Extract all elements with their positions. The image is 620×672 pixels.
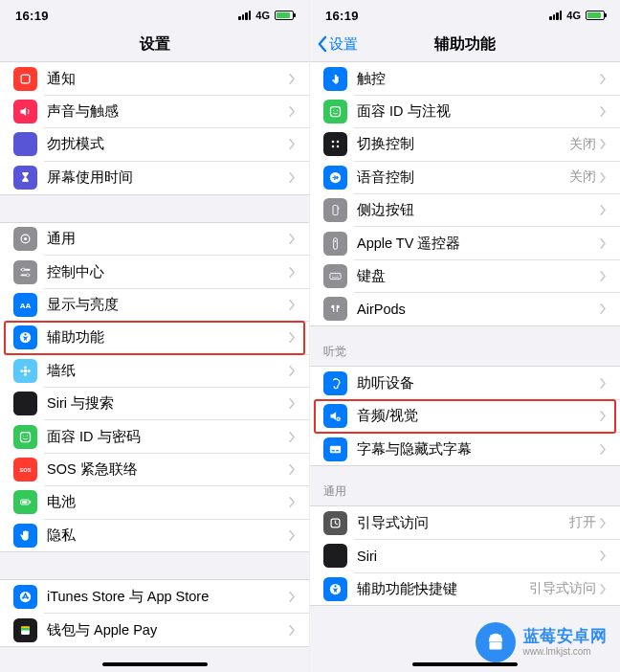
siri-icon [13,392,37,415]
list-item[interactable]: 通用 [0,223,309,256]
guided-icon [323,511,347,535]
nav-bar: 设置 辅助功能 [310,27,620,61]
list-item[interactable]: 辅助功能 [0,322,309,354]
list-item-label: 助听设备 [357,374,600,392]
section-header: 通用 [310,466,620,505]
list-item[interactable]: 屏幕使用时间 [0,161,309,193]
chevron-right-icon [600,518,607,528]
list-item-label: 引导式访问 [357,514,569,532]
list-item[interactable]: 勿扰模式 [0,128,309,161]
list-item-label: 通用 [47,230,289,248]
page-title: 设置 [140,34,170,55]
list-item[interactable]: 键盘 [310,259,620,292]
chevron-right-icon [289,497,296,507]
list-item[interactable]: Siri [310,540,620,572]
list-item[interactable]: 隐私 [0,519,309,551]
keyboard-icon [323,264,347,288]
list-item[interactable]: 墙纸 [0,354,309,387]
list-item[interactable]: 面容 ID 与注视 [310,95,620,127]
speaker-icon [13,100,37,123]
list-item-label: 侧边按钮 [357,201,600,219]
list-item-detail: 关闭 [569,136,596,153]
remote-icon [323,232,347,256]
list-item[interactable]: 引导式访问 打开 [310,506,620,539]
aa-icon [13,293,37,317]
status-bar: 16:19 4G [0,0,309,27]
list-item[interactable]: AirPods [310,293,620,325]
android-icon [476,622,516,662]
switches-icon [13,260,37,284]
chevron-right-icon [289,234,296,244]
list-item[interactable]: 电池 [0,486,309,519]
av-icon [323,404,347,428]
list-item[interactable]: 侧边按钮 [310,194,620,227]
chevron-right-icon [600,411,607,421]
list-item-label: 钱包与 Apple Pay [47,621,289,639]
chevron-right-icon [289,366,296,376]
chevron-right-icon [289,139,296,149]
status-bar: 16:19 4G [310,0,620,27]
voice-icon [323,166,347,190]
list-item[interactable]: 通知 [0,62,309,95]
list-item-label: 电池 [47,493,289,511]
list-item-label: 辅助功能 [47,328,289,347]
face-icon [323,100,347,123]
list-item[interactable]: 声音与触感 [0,95,309,127]
list-item-label: Apple TV 遥控器 [357,235,600,253]
moon-icon [13,132,37,156]
chevron-right-icon [289,530,296,541]
back-button[interactable]: 设置 [316,35,358,54]
list-item[interactable]: 助听设备 [310,367,620,399]
chevron-right-icon [600,172,607,183]
side-icon [323,198,347,222]
list-item-label: 切换控制 [357,135,569,153]
list-item[interactable]: 字幕与隐藏式字幕 [310,433,620,465]
list-item-label: 语音控制 [357,168,569,187]
list-item-label: 触控 [357,70,600,88]
list-item[interactable]: 音频/视觉 [310,400,620,433]
list-item-label: 显示与亮度 [47,296,289,314]
list-item[interactable]: Siri 与搜索 [0,388,309,420]
chevron-right-icon [289,625,296,636]
chevron-right-icon [600,271,607,281]
list-item[interactable]: Apple TV 遥控器 [310,227,620,259]
chevron-right-icon [600,205,607,215]
bell-icon [13,67,37,91]
accessibility-list: 触控 面容 ID 与注视 切换控制 关闭 语音控制 关闭 侧边按钮 Apple … [310,61,620,672]
list-item[interactable]: 钱包与 Apple Pay [0,614,309,646]
chevron-right-icon [600,74,607,84]
list-item-label: SOS 紧急联络 [47,460,289,479]
chevron-right-icon [600,444,607,455]
nav-bar: 设置 [0,27,309,61]
signal-icon [549,11,562,20]
list-item[interactable]: 辅助功能快捷键 引导式访问 [310,572,620,605]
list-item[interactable]: 触控 [310,62,620,95]
chevron-right-icon [289,332,296,343]
list-item-label: 墙纸 [47,362,289,380]
chevron-right-icon [600,139,607,149]
wallet-icon [13,618,37,642]
cc-icon [323,437,347,461]
list-item[interactable]: 面容 ID 与密码 [0,420,309,453]
battery-icon [275,11,294,20]
home-indicator[interactable] [412,662,518,666]
settings-screen-left: 16:19 4G 设置 通知 声音与触感 勿扰模式 屏幕使用时间 [0,0,310,672]
chevron-right-icon [289,172,296,183]
list-item[interactable]: 切换控制 关闭 [310,128,620,161]
list-item[interactable]: 语音控制 关闭 [310,161,620,193]
list-item[interactable]: 控制中心 [0,256,309,288]
home-indicator[interactable] [102,662,208,666]
list-item[interactable]: iTunes Store 与 App Store [0,580,309,613]
list-item-label: 声音与触感 [47,102,289,121]
hand-icon [13,524,37,548]
list-item-label: 面容 ID 与密码 [47,428,289,446]
list-item[interactable]: SOS 紧急联络 [0,453,309,485]
list-item-label: 屏幕使用时间 [47,168,289,187]
list-item-label: 音频/视觉 [357,407,600,425]
list-item-label: AirPods [357,302,600,317]
chevron-right-icon [289,464,296,475]
signal-icon [238,11,251,20]
gear-icon [13,227,37,251]
chevron-right-icon [289,74,296,84]
list-item[interactable]: 显示与亮度 [0,288,309,321]
